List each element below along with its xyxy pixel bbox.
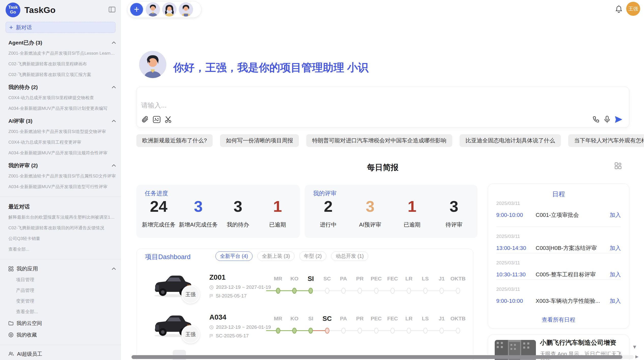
- news-title: 小鹏飞行汽车制造公司增资: [540, 338, 624, 347]
- chevron-up-icon[interactable]: [112, 120, 116, 122]
- notification-bell-icon[interactable]: [615, 5, 622, 14]
- milestone-label-current: SI: [303, 275, 319, 282]
- filter-powertrain[interactable]: 动总开发 (1): [331, 251, 368, 261]
- sidebar-item-cloud-space[interactable]: 我的云空间: [8, 320, 116, 326]
- filter-new-platform[interactable]: 全新平台 (4): [215, 251, 253, 261]
- sidebar-item[interactable]: C0X4-动力总成开发项目SI里程碑提交物检查: [8, 95, 116, 100]
- milestone-label: J1: [433, 275, 450, 282]
- section-my-todo[interactable]: 我的待办 (2): [8, 84, 116, 90]
- sidebar-item[interactable]: C0X4-动力总成开发项目工程变更评审: [8, 140, 116, 145]
- suggestion-chip[interactable]: 比亚迪全固态电池计划具体说了什么: [460, 134, 561, 147]
- sidebar-item[interactable]: C02-飞腾新能源轻客改款项目里程碑画布: [8, 62, 116, 67]
- sidebar-body: Agent已办 (3) Z001-全新燃油皮卡产品开发项目SI节点Lesson …: [0, 40, 121, 360]
- sidebar-item-my-apps[interactable]: 我的应用: [8, 266, 116, 272]
- project-dashboard-card: 项目Dashboard 全新平台 (4) 全新上装 (3) 年型 (2) 动总开…: [136, 248, 473, 360]
- layout-grid-icon[interactable]: [614, 162, 622, 170]
- sidebar-item[interactable]: Z001-全新燃油轻卡产品开发项目SI造型提交物评审: [8, 129, 116, 134]
- phone-icon[interactable]: [592, 116, 599, 123]
- sidebar-item[interactable]: A034-全新新能源MUV产品开发项目造型可行性评审: [8, 184, 116, 189]
- suggestion-chip[interactable]: 特朗普可能对进口汽车增税会对中国车企造成哪些影响: [306, 134, 452, 147]
- join-button[interactable]: 加入: [610, 244, 621, 252]
- sidebar-item-ai-staff[interactable]: AI超级员工: [8, 351, 116, 357]
- section-agent-done[interactable]: Agent已办 (3): [8, 40, 116, 45]
- sidebar-item-change-mgmt[interactable]: 变更管理: [16, 298, 116, 304]
- sidebar-item[interactable]: Z001-全新燃油皮卡产品开发项目SI节点Lesson Learn报告: [8, 51, 116, 56]
- greeting-text: 你好，王强，我是你的项目管理助理 小识: [173, 61, 369, 75]
- project-dates-text: 2023-12-19 ~ 2026-01-19: [216, 324, 271, 330]
- new-session-button[interactable]: +: [130, 3, 143, 16]
- milestone-label: PA: [335, 275, 352, 282]
- section-my-review[interactable]: 我的评审 (2): [8, 163, 116, 168]
- chevron-up-icon[interactable]: [112, 267, 116, 270]
- sidebar-item-view-all[interactable]: 查看全部...: [8, 247, 116, 252]
- join-button[interactable]: 加入: [610, 211, 621, 219]
- divider: [496, 253, 621, 253]
- suggestion-chip[interactable]: 欧洲新规最近颁布了什么?: [136, 134, 213, 147]
- agent-avatar-1[interactable]: [146, 2, 160, 17]
- sidebar-item-view-all-apps[interactable]: 查看全部...: [16, 309, 116, 314]
- suggestion-chip[interactable]: 如何写一份清晰的项目周报: [220, 134, 299, 147]
- send-icon[interactable]: [615, 116, 622, 123]
- entry-time: 9:00-10:00: [496, 212, 536, 218]
- milestone-label: PR: [352, 315, 368, 322]
- milestone-label: LR: [401, 315, 417, 322]
- agent-avatar-3[interactable]: [179, 2, 193, 17]
- join-button[interactable]: 加入: [610, 297, 621, 305]
- scissors-icon[interactable]: [165, 116, 172, 123]
- sidebar-item-favorites[interactable]: 我的收藏: [8, 332, 116, 338]
- agent-avatar-2[interactable]: [162, 2, 177, 17]
- view-all-schedule-link[interactable]: 查看所有日程: [488, 316, 629, 324]
- entry-date: 2025/03/11: [496, 287, 621, 292]
- milestone-label: OKTB: [450, 315, 466, 322]
- stat-ai-prereview: 3 AI预评审: [349, 198, 391, 229]
- scroll-right-arrow[interactable]: ▸: [635, 353, 638, 359]
- attachment-icon[interactable]: [142, 116, 149, 123]
- filter-new-body[interactable]: 全新上装 (3): [257, 251, 295, 261]
- image-icon[interactable]: [153, 116, 160, 123]
- milestone-label: SI: [303, 315, 319, 322]
- sidebar-item[interactable]: 解释最新出台的欧盟报废车法规再生塑料比例被调至15%...: [8, 215, 116, 220]
- plus-icon: +: [134, 5, 139, 14]
- chevron-up-icon[interactable]: [112, 86, 116, 88]
- project-row[interactable]: 王强 A034 2023-12-19 ~ 2026-01-19 SC-2025-…: [137, 309, 473, 347]
- taskgo-app: Task Go TaskGo + 新对话 Agent已办 (3) Z001-全新…: [0, 0, 644, 360]
- sidebar-item[interactable]: Z001-全新燃油轻卡产品开发项目SI节点属性5D文件评审: [8, 174, 116, 179]
- join-button[interactable]: 加入: [610, 271, 621, 278]
- sidebar-collapse-icon[interactable]: [109, 7, 115, 13]
- sidebar-item[interactable]: A034-全新新能源MUV产品开发项目法规符合性评审: [8, 151, 116, 156]
- project-owner-badge: 王强: [181, 285, 200, 304]
- stat-in-progress: 2 进行中: [307, 198, 349, 229]
- entry-name: X003-车辆动力学性能验...: [536, 297, 606, 305]
- card-title: 任务进度: [145, 189, 168, 197]
- milestone-label: FEC: [384, 275, 401, 282]
- milestone-label: LS: [417, 275, 433, 282]
- sidebar-item[interactable]: A034-全新新能源MUV产品开发项目计划变更表编写: [8, 106, 116, 111]
- sidebar-item[interactable]: C02-飞腾新能源轻客改款项目的闭环通告反馈情况: [8, 226, 116, 231]
- sidebar: Task Go TaskGo + 新对话 Agent已办 (3) Z001-全新…: [0, 0, 121, 360]
- milestone-label: PA: [335, 315, 352, 322]
- microphone-icon[interactable]: [604, 116, 610, 123]
- chat-input[interactable]: [141, 101, 370, 110]
- entry-time: 9:00-10:00: [496, 298, 536, 304]
- milestone-label: PEC: [368, 315, 384, 322]
- milestone-label: FEC: [384, 315, 401, 322]
- section-title: 我的待办 (2): [8, 84, 38, 90]
- milestone-label: KO: [286, 275, 302, 282]
- project-flag: SC-2025-05-17: [209, 333, 249, 339]
- milestone-label: LS: [417, 315, 433, 322]
- chevron-up-icon[interactable]: [112, 41, 116, 44]
- new-chat-button[interactable]: + 新对话: [6, 22, 115, 33]
- section-ai-review[interactable]: AI评审 (3): [8, 118, 116, 124]
- sidebar-item[interactable]: 公司Q3轻卡销量: [8, 236, 116, 241]
- scroll-down-arrow[interactable]: ▾: [633, 344, 636, 350]
- sidebar-item[interactable]: C02-飞腾新能源轻客改款项目立项汇报方案: [8, 72, 116, 77]
- sidebar-item-product-mgmt[interactable]: 产品管理: [16, 288, 116, 293]
- suggestion-chip[interactable]: 当下年轻人对汽车外观有怎样的喜好趋势: [568, 134, 644, 147]
- filter-year-model[interactable]: 年型 (2): [299, 251, 326, 261]
- entry-date: 2025/03/11: [496, 234, 621, 239]
- sidebar-item-project-mgmt[interactable]: 项目管理: [16, 277, 116, 282]
- user-avatar[interactable]: 王强: [626, 2, 640, 16]
- horizontal-scrollbar-thumb[interactable]: [131, 355, 622, 359]
- project-row[interactable]: 王强 Z001 2023-12-19 ~ 2027-01-19 SI-2025-…: [137, 269, 473, 307]
- chevron-up-icon[interactable]: [112, 164, 116, 167]
